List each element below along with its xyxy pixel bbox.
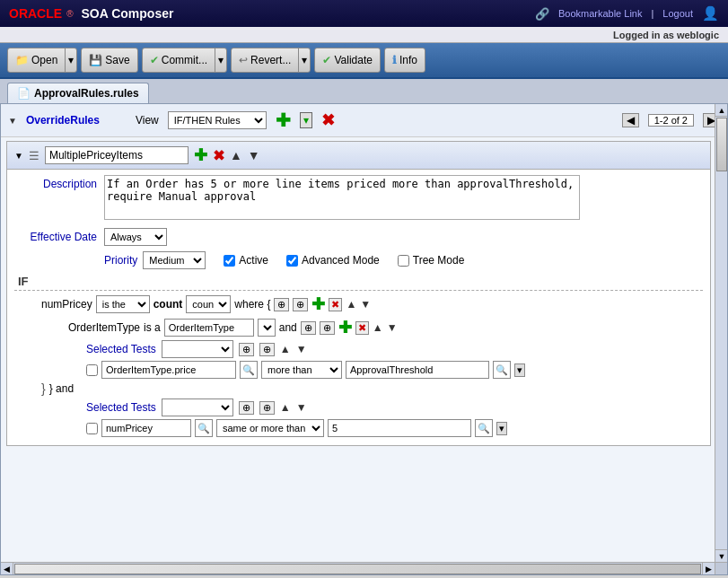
info-button[interactable]: ℹ Info [384, 48, 425, 73]
numpricey-var-input[interactable] [101, 419, 191, 437]
bookmarkable-link[interactable]: Bookmarkable Link [558, 8, 643, 19]
price-operator-select[interactable]: more than [261, 361, 342, 379]
commit-dropdown-arrow[interactable]: ▾ [215, 48, 226, 72]
override-rules-label[interactable]: OverrideRules [26, 114, 100, 127]
cond1-func-select[interactable]: count [186, 295, 231, 313]
open-button[interactable]: 📁 Open [8, 48, 65, 73]
cond1-add-right[interactable]: ⊕ [293, 298, 308, 311]
app-name: SOA Composer [82, 6, 174, 21]
st2-up[interactable]: ▲ [280, 401, 291, 414]
inner-add-green[interactable]: ✚ [338, 318, 352, 337]
folder-icon: 📁 [15, 54, 29, 66]
effective-date-select[interactable]: Always [104, 228, 167, 246]
commit-button[interactable]: ✔ Commit... [143, 48, 215, 73]
scroll-left-btn[interactable]: ◀ [1, 563, 13, 575]
revert-button[interactable]: ↩ Revert... [232, 48, 298, 73]
revert-dropdown-arrow[interactable]: ▾ [298, 48, 310, 72]
cond1-where: where { [234, 298, 270, 311]
scroll-right-btn[interactable]: ▶ [702, 563, 715, 575]
approval-rules-tab[interactable]: 📄 ApprovalRules.rules [7, 83, 149, 103]
hscroll-thumb[interactable] [14, 564, 701, 574]
numpricey-value-search-btn[interactable]: 🔍 [475, 419, 493, 437]
numpricey-search-btn[interactable]: 🔍 [195, 419, 213, 437]
main-toolbar: 📁 Open ▾ 💾 Save ✔ Commit... ▾ ↩ Revert..… [0, 43, 728, 79]
numpricey-value-input[interactable] [328, 419, 471, 437]
cond1-down[interactable]: ▼ [360, 298, 371, 311]
st2-add-left[interactable]: ⊕ [239, 401, 254, 415]
description-textarea[interactable]: If an Order has 5 or more line items pri… [104, 175, 580, 220]
description-value: If an Order has 5 or more line items pri… [104, 175, 703, 223]
tab-bar: 📄 ApprovalRules.rules [0, 79, 728, 103]
revert-icon: ↩ [239, 54, 248, 66]
rule-collapse-arrow[interactable]: ▼ [14, 151, 23, 161]
inner-down[interactable]: ▼ [387, 321, 398, 334]
logo-reg: ® [66, 9, 73, 19]
inner-type-select[interactable]: ▾ [258, 319, 276, 337]
price-value-search-btn[interactable]: 🔍 [493, 361, 511, 379]
tree-mode-checkbox[interactable] [398, 255, 409, 267]
selected-tests-select-1[interactable] [162, 340, 233, 358]
if-separator [14, 290, 703, 291]
numpricey-dropdown-arrow[interactable]: ▾ [496, 422, 507, 435]
inner-add-right[interactable]: ⊕ [320, 321, 335, 335]
price-checkbox[interactable] [86, 364, 98, 376]
revert-label: Revert... [250, 54, 291, 66]
advanced-mode-checkbox[interactable] [286, 255, 298, 267]
cond1-delete[interactable]: ✖ [329, 298, 342, 311]
add-rule-btn[interactable]: ✚ [276, 109, 291, 131]
inner-var: OrderItemType [68, 321, 140, 334]
active-label: Active [239, 254, 268, 267]
open-dropdown-arrow[interactable]: ▾ [65, 48, 76, 72]
cond1-add-left[interactable]: ⊕ [274, 298, 289, 311]
rule-drag-handle[interactable]: ☰ [29, 149, 39, 162]
move-down-btn[interactable]: ▼ [248, 148, 260, 162]
st1-down[interactable]: ▼ [296, 343, 307, 355]
selected-tests-select-2[interactable] [162, 398, 233, 416]
nav-prev-btn[interactable]: ◀ [622, 113, 639, 127]
scroll-up-btn[interactable]: ▲ [715, 104, 728, 117]
collapse-arrow[interactable]: ▼ [8, 116, 17, 126]
inner-up[interactable]: ▲ [373, 321, 383, 334]
st1-add-right[interactable]: ⊕ [259, 343, 275, 356]
tree-mode-label: Tree Mode [413, 254, 465, 267]
st2-down[interactable]: ▼ [296, 401, 307, 414]
numpricey-operator-select[interactable]: same or more than [216, 419, 324, 437]
delete-rule-btn[interactable]: ✖ [321, 110, 335, 130]
rule-name-input[interactable] [45, 146, 189, 164]
save-button[interactable]: 💾 Save [81, 48, 137, 73]
add-condition-btn[interactable]: ✚ [194, 145, 207, 165]
price-value-input[interactable] [346, 361, 489, 379]
commit-dropdown[interactable]: ✔ Commit... ▾ [142, 48, 227, 73]
view-label: View [136, 114, 159, 127]
st1-up[interactable]: ▲ [280, 343, 291, 355]
scroll-down-btn[interactable]: ▼ [715, 549, 728, 562]
active-checkbox[interactable] [224, 255, 235, 267]
cond1-add-green[interactable]: ✚ [311, 294, 325, 314]
revert-dropdown[interactable]: ↩ Revert... ▾ [231, 48, 311, 73]
info-icon: ℹ [392, 54, 397, 66]
cond1-operator-select[interactable]: is the [96, 295, 150, 313]
priority-select[interactable]: Medium [143, 251, 206, 269]
validate-icon: ✔ [322, 54, 331, 66]
price-var-input[interactable] [101, 361, 236, 379]
add-rule-dropdown[interactable]: ▾ [300, 112, 312, 128]
price-dropdown-arrow[interactable]: ▾ [514, 363, 525, 377]
condition-row-1: numPricey is the count count where { ⊕ ⊕… [41, 294, 703, 314]
st2-add-right[interactable]: ⊕ [259, 401, 275, 415]
price-search-btn[interactable]: 🔍 [240, 361, 258, 379]
override-section: ▼ OverrideRules View IF/THEN Rules ✚ ▾ ✖… [1, 104, 727, 137]
inner-type-input[interactable] [164, 319, 254, 337]
open-dropdown[interactable]: 📁 Open ▾ [7, 48, 77, 73]
cond1-up[interactable]: ▲ [346, 298, 356, 311]
numpricey-checkbox[interactable] [86, 423, 98, 434]
validate-button[interactable]: ✔ Validate [314, 48, 380, 73]
delete-condition-btn[interactable]: ✖ [213, 147, 224, 164]
scroll-thumb[interactable] [716, 118, 727, 171]
inner-delete[interactable]: ✖ [355, 321, 369, 335]
logout-link[interactable]: Logout [662, 8, 693, 19]
inner-add-left[interactable]: ⊕ [301, 321, 316, 335]
view-select[interactable]: IF/THEN Rules [168, 111, 267, 129]
move-up-btn[interactable]: ▲ [230, 148, 242, 162]
priority-label: Priority [104, 254, 137, 267]
st1-add-left[interactable]: ⊕ [239, 343, 254, 356]
